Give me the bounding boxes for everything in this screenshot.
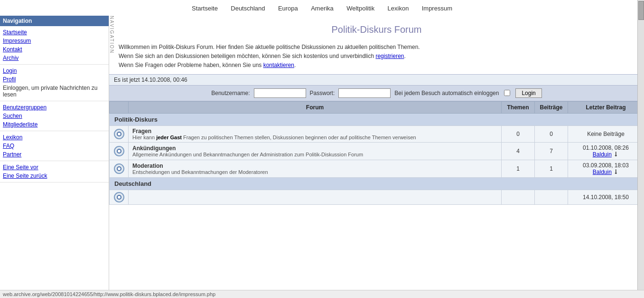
forum-icon-circle-3 — [114, 163, 124, 174]
letzter-user-ankuendigungen[interactable]: Balduin — [593, 151, 612, 158]
forum-desc-moderation: Entscheidungen und Bekanntmachungen der … — [132, 169, 497, 175]
th-icon — [110, 101, 129, 113]
forum-name-fragen: Fragen — [132, 128, 497, 135]
sidebar-archiv[interactable]: Archiv — [0, 54, 109, 62]
forum-row-deutschland-1: 14.10.2008, 18:50 — [110, 190, 644, 204]
sidebar-partner[interactable]: Partner — [0, 150, 109, 159]
sidebar: Navigation Startseite Impressum Kontakt … — [0, 16, 109, 291]
letzter-fragen: Keine Beiträge — [568, 125, 644, 142]
sidebar-section-nav2: Eine Seite vor Eine Seite zurück — [0, 161, 109, 183]
sidebar-section-community: Benutzergruppen Suchen Mitgliederliste — [0, 101, 109, 131]
letzter-arrow-ankuendigungen: 🠗 — [613, 151, 619, 158]
forum-desc-ankuendigungen: Allgemeine Ankündungen und Bekanntmachun… — [132, 152, 497, 157]
beitraege-fragen: 0 — [535, 125, 568, 142]
beitraege-d1 — [535, 190, 568, 204]
sidebar-startseite[interactable]: Startseite — [0, 28, 109, 37]
username-label: Benutzername: — [211, 90, 250, 96]
forum-icon-inner — [117, 132, 121, 136]
forum-icon-inner-3 — [117, 166, 121, 171]
forum-cell-ankuendigungen: Ankündigungen Allgemeine Ankündungen und… — [129, 142, 502, 160]
letzter-date-moderation: 03.09.2008, 18:03 — [583, 162, 629, 169]
sidebar-lexikon[interactable]: Lexikon — [0, 133, 109, 142]
sidebar-benutzergruppen[interactable]: Benutzergruppen — [0, 103, 109, 112]
sidebar-kontakt[interactable]: Kontakt — [0, 45, 109, 54]
welcome-line2: Wenn Sie sich an den Diskussionen beteil… — [119, 52, 635, 61]
password-label: Passwort: — [310, 90, 335, 96]
sidebar-section-nav: Startseite Impressum Kontakt Archiv — [0, 26, 109, 65]
th-letzter: Letzter Beitrag — [568, 101, 644, 113]
contact-link[interactable]: kontaktieren — [263, 62, 294, 68]
autologin-label: Bei jedem Besuch automatisch einloggen — [394, 90, 499, 96]
topnav-lexikon[interactable]: Lexikon — [388, 5, 409, 12]
forum-icon-circle — [114, 129, 124, 139]
letzter-arrow-moderation: 🠗 — [613, 169, 619, 175]
sidebar-impressum[interactable]: Impressum — [0, 37, 109, 45]
login-button[interactable]: Login — [515, 88, 541, 98]
letzter-user-moderation[interactable]: Balduin — [593, 169, 612, 175]
letzter-moderation: 03.09.2008, 18:03 Balduin 🠗 — [568, 160, 644, 177]
scrollbar[interactable] — [637, 0, 644, 291]
letzter-ankuendigungen: 01.10.2008, 08:26 Balduin 🠗 — [568, 142, 644, 160]
sidebar-section-info: Lexikon FAQ Partner — [0, 131, 109, 161]
forum-row-moderation: Moderation Entscheidungen und Bekanntmac… — [110, 160, 644, 177]
sidebar-eine-seite-zurueck[interactable]: Eine Seite zurück — [0, 172, 109, 180]
forum-icon-moderation — [110, 160, 129, 177]
beitraege-ankuendigungen: 7 — [535, 142, 568, 160]
login-bar: Benutzername: Passwort: Bei jedem Besuch… — [109, 86, 644, 101]
topnav-startseite[interactable]: Startseite — [192, 5, 218, 12]
forum-table: Forum Themen Beiträge Letzter Beitrag Po… — [109, 101, 644, 205]
sidebar-faq[interactable]: FAQ — [0, 142, 109, 150]
forum-desc-fragen-suffix: Fragen zu politischen Themen stellen, Di… — [183, 135, 416, 140]
time-bar: Es ist jetzt 14.10.2008, 00:46 — [109, 74, 644, 86]
section-deutschland: Deutschland — [110, 177, 644, 190]
section-politik-diskurs: Politik-Diskurs — [110, 113, 644, 125]
forum-cell-fragen: Fragen Hier kann jeder Gast Fragen zu po… — [129, 125, 502, 142]
th-beitraege: Beiträge — [535, 101, 568, 113]
topnav-weltpolitik[interactable]: Weltpolitik — [346, 5, 374, 12]
forum-icon-circle-2 — [114, 146, 124, 156]
forum-icon-inner-2 — [117, 149, 121, 154]
welcome-line1: Willkommen im Politik-Diskurs Forum. Hie… — [119, 43, 635, 52]
autologin-checkbox[interactable] — [504, 90, 510, 96]
sidebar-mitgliederliste[interactable]: Mitgliederliste — [0, 120, 109, 129]
topnav-deutschland[interactable]: Deutschland — [231, 5, 265, 12]
themen-fragen: 0 — [502, 125, 535, 142]
password-input[interactable] — [338, 88, 391, 98]
forum-cell-moderation: Moderation Entscheidungen und Bekanntmac… — [129, 160, 502, 177]
themen-d1 — [502, 190, 535, 204]
sidebar-login-note: Einloggen, um private Nachrichten zu les… — [0, 84, 109, 99]
forum-icon-inner-d1 — [117, 195, 121, 200]
sidebar-title: Navigation — [0, 16, 109, 26]
topnav-amerika[interactable]: Amerika — [311, 5, 334, 12]
main-content: Politik-Diskurs Forum Willkommen im Poli… — [109, 16, 644, 291]
forum-desc-fragen: Hier kann jeder Gast Fragen zu politisch… — [132, 135, 497, 140]
section-header-cell: Politik-Diskurs — [110, 113, 644, 125]
sidebar-suchen[interactable]: Suchen — [0, 112, 109, 120]
letzter-date-d1: 14.10.2008, 18:50 — [583, 194, 629, 201]
sidebar-profil[interactable]: Profil — [0, 75, 109, 84]
welcome-line3: Wenn Sie Fragen oder Probleme haben, kön… — [119, 61, 635, 70]
themen-ankuendigungen: 4 — [502, 142, 535, 160]
sidebar-section-login: Login Profil Einloggen, um private Nachr… — [0, 65, 109, 101]
forum-name-ankuendigungen: Ankündigungen — [132, 145, 497, 152]
forum-row-ankuendigungen: Ankündigungen Allgemeine Ankündungen und… — [110, 142, 644, 160]
username-input[interactable] — [254, 88, 306, 98]
forum-icon-fragen — [110, 125, 129, 142]
forum-icon-circle-d1 — [114, 192, 124, 202]
forum-cell-d1 — [129, 190, 502, 204]
topnav-impressum[interactable]: Impressum — [422, 5, 452, 12]
themen-moderation: 1 — [502, 160, 535, 177]
letzter-date-ankuendigungen: 01.10.2008, 08:26 — [583, 144, 629, 151]
letzter-d1: 14.10.2008, 18:50 — [568, 190, 644, 204]
beitraege-moderation: 1 — [535, 160, 568, 177]
welcome-box: Willkommen im Politik-Diskurs Forum. Hie… — [109, 39, 644, 74]
sidebar-login[interactable]: Login — [0, 67, 109, 75]
forum-icon-ankuendigungen — [110, 142, 129, 160]
th-forum: Forum — [129, 101, 502, 113]
register-link[interactable]: registrieren — [375, 53, 404, 59]
scrollbar-thumb[interactable] — [638, 1, 644, 20]
sidebar-eine-seite-vor[interactable]: Eine Seite vor — [0, 163, 109, 172]
forum-icon-d1 — [110, 190, 129, 204]
topnav-europa[interactable]: Europa — [278, 5, 298, 12]
status-bar: web.archive.org/web/20081014224655/http:… — [0, 290, 644, 291]
